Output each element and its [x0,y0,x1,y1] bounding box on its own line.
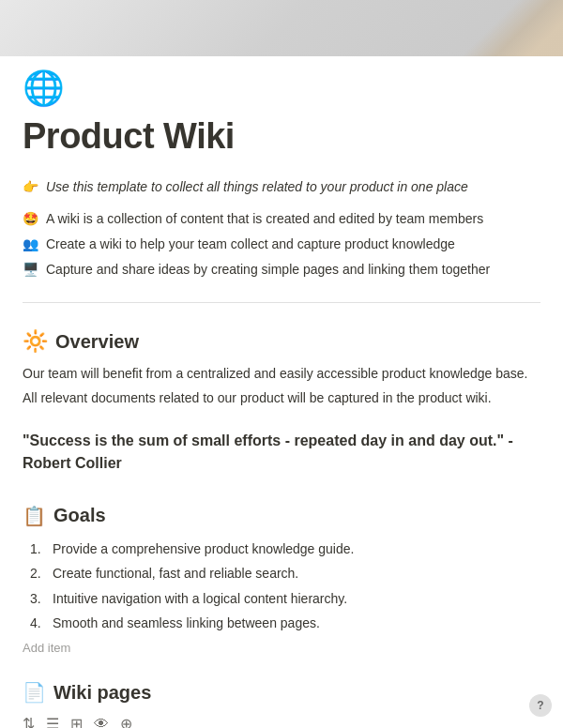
goal-number-3: 3. [30,588,45,609]
more-icon[interactable]: ⊕ [120,715,132,728]
goal-number-1: 1. [30,538,45,559]
intro-bullet-list: 🤩 A wiki is a collection of content that… [23,202,540,287]
overview-line-2: All relevant documents related to our pr… [23,386,540,410]
bullet-item-3: 🖥️ Capture and share ideas by creating s… [23,260,540,280]
group-icon[interactable]: ⊞ [70,715,83,728]
bullet-text-1: A wiki is a collection of content that i… [46,209,483,229]
top-banner [0,0,563,56]
quote-block: "Success is the sum of small efforts - r… [23,411,540,490]
bullet-emoji-3: 🖥️ [23,260,38,280]
bullet-text-2: Create a wiki to help your team collect … [46,235,455,254]
wiki-heading: Wiki pages [53,682,151,704]
goal-text-3: Intuitive navigation with a logical cont… [53,588,347,609]
callout-text: Use this template to collect all things … [46,179,468,194]
sort-icon[interactable]: ⇅ [23,715,35,728]
goal-item-2: 2. Create functional, fast and reliable … [30,563,540,584]
banner-decoration [450,0,563,56]
wiki-toolbar: ⇅ ☰ ⊞ 👁 ⊕ [23,707,540,728]
overview-emoji: 🔆 [23,329,48,354]
add-item-button[interactable]: Add item [23,637,540,659]
wiki-emoji: 📄 [23,681,46,704]
bullet-emoji-1: 🤩 [23,209,38,229]
overview-section: 🔆 Overview Our team will benefit from a … [23,318,540,411]
wiki-section: 📄 Wiki pages ⇅ ☰ ⊞ 👁 ⊕ ☰ Work area ◉ Sta… [23,666,540,728]
overview-heading: Overview [55,331,139,353]
page-title: Product Wiki [0,113,563,172]
bullet-item-2: 👥 Create a wiki to help your team collec… [23,235,540,254]
goal-text-2: Create functional, fast and reliable sea… [53,563,298,584]
bullet-text-3: Capture and share ideas by creating simp… [46,260,490,280]
goal-item-3: 3. Intuitive navigation with a logical c… [30,588,540,609]
filter-icon[interactable]: ☰ [46,715,59,728]
bullet-item-1: 🤩 A wiki is a collection of content that… [23,209,540,229]
goal-text-4: Smooth and seamless linking between page… [53,613,320,633]
goal-item-1: 1. Provide a comprehensive product knowl… [30,538,540,559]
overview-line-1: Our team will benefit from a centralized… [23,361,540,386]
bullet-emoji-2: 👥 [23,235,38,254]
callout-emoji: 👉 [23,179,38,194]
goal-number-4: 4. [30,613,45,633]
goal-text-1: Provide a comprehensive product knowledg… [53,538,354,559]
hide-icon[interactable]: 👁 [94,716,109,728]
section-divider [23,302,540,303]
callout-highlight: 👉 Use this template to collect all thing… [23,172,540,202]
help-button[interactable]: ? [529,694,552,717]
goals-list: 1. Provide a comprehensive product knowl… [23,535,540,638]
goal-item-4: 4. Smooth and seamless linking between p… [30,613,540,633]
goals-section: 📋 Goals 1. Provide a comprehensive produ… [23,490,540,667]
goal-number-2: 2. [30,563,45,584]
page-icon: 🌐 [0,56,563,113]
goals-heading: Goals [53,505,106,526]
goals-emoji: 📋 [23,505,46,527]
